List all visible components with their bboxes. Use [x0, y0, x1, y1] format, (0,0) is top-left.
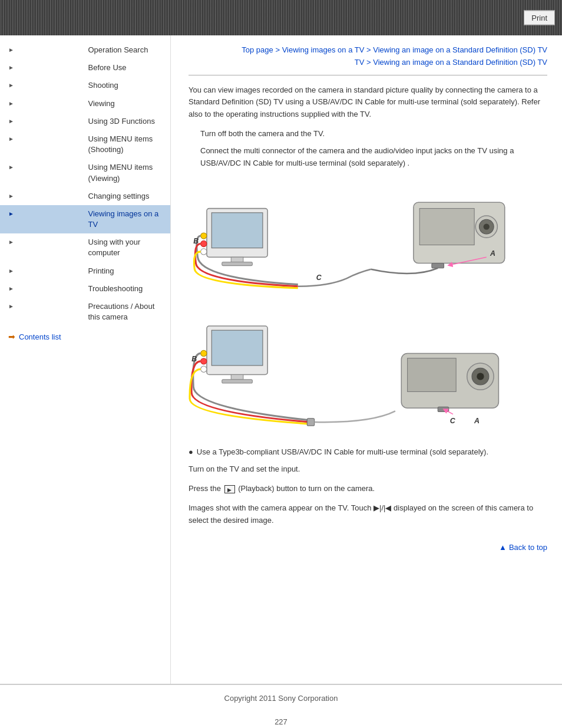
- svg-rect-20: [222, 380, 253, 383]
- contents-list-label: Contents list: [19, 332, 61, 341]
- sidebar-label: Using 3D Functions: [88, 116, 165, 127]
- step4-part2: (Playback) button to turn on the camera.: [238, 484, 375, 493]
- note-content: Use a Type3b-compliant USB/AV/DC IN Cabl…: [197, 446, 488, 459]
- sidebar-label: Troubleshooting: [88, 284, 165, 294]
- breadcrumb-sd-tv[interactable]: Viewing an image on a Standard Definitio…: [373, 45, 547, 54]
- sidebar-item-operation-search[interactable]: ►Operation Search: [0, 41, 170, 59]
- breadcrumb: Top page > Viewing images on a TV > View…: [189, 44, 547, 69]
- diagram1: A B C: [189, 178, 547, 296]
- sidebar-item-using-3d[interactable]: ►Using 3D Functions: [0, 113, 170, 130]
- breadcrumb-sep2: >: [366, 45, 373, 54]
- svg-point-11: [484, 224, 490, 230]
- sidebar-item-shooting[interactable]: ►Shooting: [0, 77, 170, 94]
- breadcrumb-sep1: >: [275, 45, 282, 54]
- svg-point-22: [201, 358, 207, 364]
- back-to-top-container: ▲ Back to top: [189, 538, 547, 552]
- svg-rect-26: [408, 358, 457, 392]
- sidebar-arrow: ►: [8, 163, 85, 172]
- sidebar-item-viewing[interactable]: ►Viewing: [0, 95, 170, 113]
- svg-line-31: [445, 410, 453, 414]
- svg-point-29: [477, 373, 484, 380]
- breadcrumb-viewing-tv[interactable]: Viewing images on a TV: [282, 45, 365, 54]
- diagram2: C A B: [189, 308, 547, 437]
- step2-text: Connect the multi connector of the camer…: [200, 145, 547, 170]
- sidebar-label: Before Use: [88, 62, 165, 73]
- sidebar-arrow: ►: [8, 302, 85, 311]
- svg-rect-2: [231, 258, 243, 262]
- main-layout: ►Operation Search►Before Use►Shooting►Vi…: [0, 35, 562, 684]
- step1-text: Turn off both the camera and the TV.: [200, 128, 547, 140]
- sidebar-label: Using MENU items (Shooting): [88, 134, 165, 155]
- page-number: 227: [0, 717, 562, 726]
- sidebar-arrow: ►: [8, 135, 85, 143]
- svg-point-6: [201, 249, 207, 255]
- diagram2-svg: C A B: [189, 308, 547, 436]
- sidebar-arrow: ►: [8, 117, 85, 126]
- header-bar: Print: [0, 0, 562, 35]
- sidebar-label: Operation Search: [88, 45, 165, 55]
- svg-text:C: C: [316, 274, 322, 282]
- sidebar-label: Printing: [88, 266, 165, 276]
- diagram1-svg: A B C: [189, 178, 547, 299]
- sidebar-label: Viewing images on a TV: [88, 209, 165, 230]
- sidebar-item-changing-settings[interactable]: ►Changing settings: [0, 187, 170, 205]
- svg-text:A: A: [490, 249, 495, 258]
- sidebar-label: Viewing: [88, 98, 165, 109]
- sidebar-item-troubleshooting[interactable]: ►Troubleshooting: [0, 280, 170, 298]
- svg-point-4: [201, 233, 207, 239]
- svg-rect-19: [231, 375, 243, 380]
- sidebar-arrow: ►: [8, 285, 85, 293]
- svg-text:B: B: [193, 238, 199, 246]
- intro-text: You can view images recorded on the came…: [189, 84, 547, 121]
- sidebar-arrow: ►: [8, 192, 85, 200]
- svg-rect-18: [211, 331, 263, 366]
- sidebar-item-printing[interactable]: ►Printing: [0, 262, 170, 280]
- playback-icon: ▶: [224, 485, 235, 493]
- svg-text:B: B: [191, 355, 197, 363]
- sidebar-arrow: ►: [8, 64, 85, 72]
- back-to-top-link[interactable]: ▲ Back to top: [499, 543, 547, 552]
- note-bullet: ●: [189, 446, 193, 459]
- arrow-right-icon: ➡: [8, 332, 15, 341]
- svg-rect-24: [307, 419, 314, 426]
- sidebar-arrow: ►: [8, 267, 85, 275]
- sidebar-item-using-menu-viewing[interactable]: ►Using MENU items (Viewing): [0, 159, 170, 187]
- svg-rect-3: [222, 262, 253, 266]
- sidebar-item-precautions[interactable]: ►Precautions / About this camera: [0, 298, 170, 326]
- sidebar-item-using-menu-shooting[interactable]: ►Using MENU items (Shooting): [0, 130, 170, 159]
- breadcrumb-top[interactable]: Top page: [242, 45, 273, 54]
- svg-rect-1: [211, 213, 263, 248]
- note-text: ● Use a Type3b-compliant USB/AV/DC IN Ca…: [189, 446, 547, 459]
- svg-rect-12: [432, 263, 444, 268]
- svg-text:C: C: [450, 417, 456, 425]
- breadcrumb-sd-tv-2[interactable]: TV > Viewing an image on a Standard Defi…: [355, 58, 547, 67]
- step4-part1: Press the: [189, 484, 221, 493]
- sidebar-arrow: ►: [8, 238, 85, 246]
- contents-list-link[interactable]: ➡ Contents list: [0, 326, 170, 347]
- sidebar-item-using-computer[interactable]: ►Using with your computer: [0, 233, 170, 262]
- svg-rect-8: [419, 209, 474, 245]
- content-area: Top page > Viewing images on a TV > View…: [171, 35, 562, 684]
- svg-point-23: [201, 366, 207, 372]
- copyright-text: Copyright 2011 Sony Corporation: [224, 694, 338, 703]
- sidebar: ►Operation Search►Before Use►Shooting►Vi…: [0, 35, 171, 684]
- sidebar-item-before-use[interactable]: ►Before Use: [0, 59, 170, 77]
- print-button[interactable]: Print: [524, 11, 555, 25]
- sidebar-arrow: ►: [8, 100, 85, 108]
- sidebar-label: Changing settings: [88, 191, 165, 202]
- svg-point-5: [201, 241, 207, 247]
- sidebar-label: Precautions / About this camera: [88, 301, 165, 322]
- svg-text:A: A: [474, 417, 480, 425]
- step4-text: Press the ▶ (Playback) button to turn on…: [189, 483, 547, 495]
- step5-text: Images shot with the camera appear on th…: [189, 502, 547, 527]
- sidebar-arrow: ►: [8, 46, 85, 54]
- divider: [189, 75, 547, 75]
- back-to-top-label: Back to top: [509, 543, 547, 552]
- sidebar-arrow: ►: [8, 81, 85, 90]
- sidebar-item-viewing-images-tv[interactable]: ►Viewing images on a TV: [0, 205, 170, 233]
- sidebar-label: Shooting: [88, 80, 165, 91]
- step3-text: Turn on the TV and set the input.: [189, 463, 547, 476]
- svg-point-21: [201, 351, 207, 357]
- sidebar-arrow: ►: [8, 210, 85, 218]
- sidebar-label: Using MENU items (Viewing): [88, 162, 165, 183]
